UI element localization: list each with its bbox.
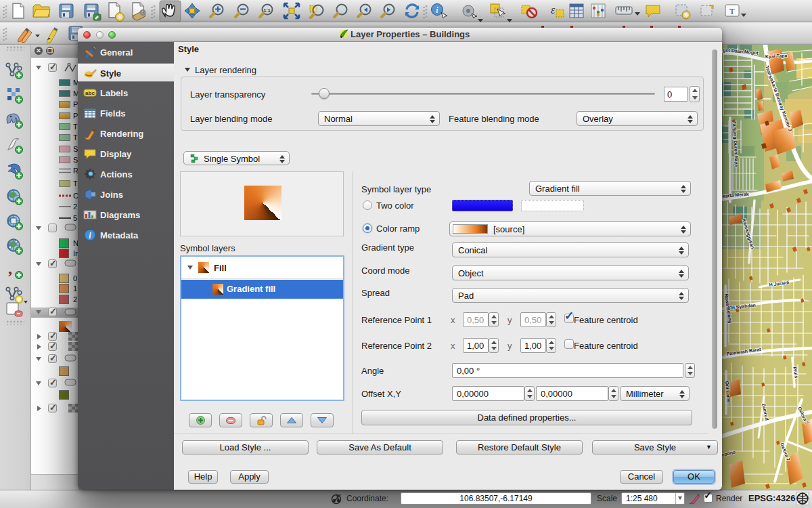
svg-text:ε: ε [551, 4, 556, 16]
svg-text:abc: abc [85, 90, 95, 96]
svg-text:T: T [729, 7, 735, 16]
svg-text:,: , [8, 259, 12, 277]
svg-text:1:1: 1:1 [263, 8, 270, 13]
